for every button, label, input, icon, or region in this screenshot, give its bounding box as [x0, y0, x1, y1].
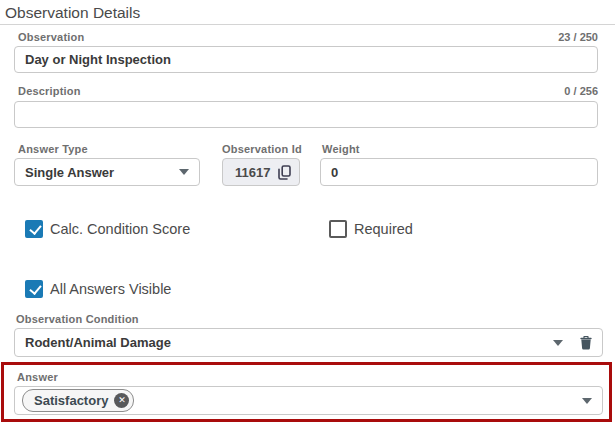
required-label: Required: [354, 221, 413, 237]
observation-label: Observation: [18, 31, 84, 43]
observation-condition-select[interactable]: Rodent/Animal Damage: [14, 328, 603, 357]
description-char-counter: 0 / 256: [564, 85, 598, 97]
observation-details-panel: Observation Details Observation 23 / 250…: [0, 0, 615, 423]
checkbox-icon[interactable]: [25, 220, 43, 238]
calc-condition-score-checkbox[interactable]: Calc. Condition Score: [25, 220, 190, 238]
answer-label: Answer: [17, 371, 58, 383]
calc-condition-score-label: Calc. Condition Score: [50, 221, 190, 237]
answer-multiselect[interactable]: Satisfactory ✕: [14, 386, 603, 415]
copy-icon[interactable]: [278, 165, 291, 180]
observation-id-label: Observation Id: [222, 143, 302, 155]
all-answers-visible-checkbox[interactable]: All Answers Visible: [25, 280, 171, 298]
caret-down-icon: [179, 169, 189, 175]
page-title: Observation Details: [5, 4, 140, 22]
description-input[interactable]: [14, 101, 598, 128]
caret-down-icon: [553, 340, 563, 346]
caret-down-icon: [582, 398, 592, 404]
answer-type-select[interactable]: Single Answer: [14, 158, 200, 186]
observation-id-value: 11617: [235, 165, 278, 180]
checkbox-icon[interactable]: [25, 280, 43, 298]
answer-section-highlight: Answer Satisfactory ✕: [1, 362, 612, 422]
checkbox-icon[interactable]: [329, 220, 347, 238]
weight-label: Weight: [322, 143, 360, 155]
description-label: Description: [18, 85, 81, 97]
required-checkbox[interactable]: Required: [329, 220, 413, 238]
title-divider: [0, 24, 615, 25]
answer-type-label: Answer Type: [18, 143, 88, 155]
remove-icon[interactable]: ✕: [114, 393, 129, 408]
trash-icon[interactable]: [580, 336, 592, 350]
weight-input[interactable]: [320, 158, 598, 186]
answer-chip: Satisfactory ✕: [22, 389, 134, 412]
observation-input[interactable]: [14, 46, 598, 73]
observation-condition-value: Rodent/Animal Damage: [25, 335, 553, 350]
observation-char-counter: 23 / 250: [558, 31, 598, 43]
observation-condition-label: Observation Condition: [16, 313, 139, 325]
observation-id-field: 11617: [222, 158, 300, 186]
all-answers-visible-label: All Answers Visible: [50, 281, 171, 297]
answer-type-value: Single Answer: [25, 165, 179, 180]
answer-chip-label: Satisfactory: [34, 393, 108, 408]
